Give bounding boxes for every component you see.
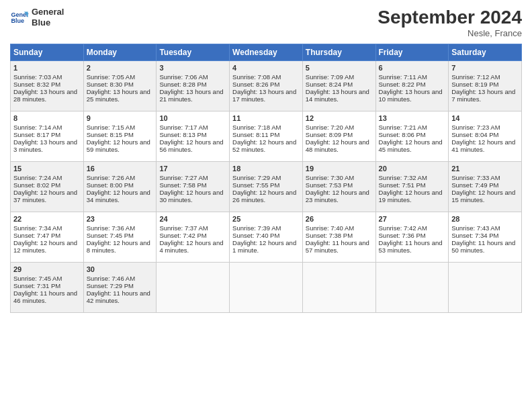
sunrise: Sunrise: 7:12 AM <box>451 73 500 81</box>
header-tuesday: Tuesday <box>157 44 230 61</box>
sunrise: Sunrise: 7:32 AM <box>379 174 427 181</box>
sunset: Sunset: 8:11 PM <box>232 131 279 138</box>
sunrise: Sunrise: 7:09 AM <box>306 73 354 81</box>
daylight: Daylight: 12 hours and 52 minutes. <box>232 138 296 153</box>
day-number: 17 <box>159 165 226 173</box>
daylight: Daylight: 12 hours and 56 minutes. <box>159 138 223 153</box>
calendar-row: 8 Sunrise: 7:14 AM Sunset: 8:17 PM Dayli… <box>11 111 522 162</box>
calendar-cell: 26 Sunrise: 7:40 AM Sunset: 7:38 PM Dayl… <box>302 212 375 263</box>
daylight: Daylight: 12 hours and 19 minutes. <box>379 189 443 203</box>
calendar-row: 22 Sunrise: 7:34 AM Sunset: 7:47 PM Dayl… <box>11 212 522 263</box>
logo: General Blue General Blue <box>10 7 64 28</box>
logo-line1: General <box>32 7 64 17</box>
day-number: 20 <box>379 165 446 173</box>
daylight: Daylight: 13 hours and 14 minutes. <box>306 88 369 103</box>
calendar-cell: 25 Sunrise: 7:39 AM Sunset: 7:40 PM Dayl… <box>230 212 303 263</box>
sunrise: Sunrise: 7:27 AM <box>159 174 208 181</box>
day-number: 15 <box>13 165 81 173</box>
sunrise: Sunrise: 7:14 AM <box>13 124 62 131</box>
sunset: Sunset: 7:51 PM <box>379 181 426 189</box>
month-title: September 2024 <box>378 7 522 28</box>
day-number: 19 <box>306 165 373 173</box>
daylight: Daylight: 13 hours and 17 minutes. <box>232 88 296 103</box>
daylight: Daylight: 13 hours and 3 minutes. <box>13 138 77 153</box>
header: General Blue General Blue September 2024… <box>10 7 522 38</box>
daylight: Daylight: 12 hours and 37 minutes. <box>13 189 77 203</box>
logo-icon: General Blue <box>10 8 29 27</box>
sunset: Sunset: 8:09 PM <box>306 131 353 138</box>
calendar-cell <box>302 263 375 313</box>
daylight: Daylight: 12 hours and 1 minute. <box>232 239 296 254</box>
sunset: Sunset: 7:47 PM <box>13 232 60 239</box>
sunset: Sunset: 8:00 PM <box>87 181 134 189</box>
day-number: 30 <box>87 265 154 273</box>
sunrise: Sunrise: 7:33 AM <box>451 174 500 181</box>
daylight: Daylight: 11 hours and 57 minutes. <box>306 239 369 254</box>
sunrise: Sunrise: 7:39 AM <box>232 224 281 232</box>
calendar-cell: 23 Sunrise: 7:36 AM Sunset: 7:45 PM Dayl… <box>83 212 157 263</box>
calendar-header-row: Sunday Monday Tuesday Wednesday Thursday… <box>11 44 522 61</box>
day-number: 6 <box>379 64 446 72</box>
sunset: Sunset: 8:04 PM <box>451 131 498 138</box>
page-container: General Blue General Blue September 2024… <box>0 0 532 320</box>
daylight: Daylight: 13 hours and 28 minutes. <box>13 88 77 103</box>
calendar-cell: 18 Sunrise: 7:29 AM Sunset: 7:55 PM Dayl… <box>230 162 303 212</box>
calendar-cell <box>230 263 303 313</box>
daylight: Daylight: 12 hours and 48 minutes. <box>306 138 369 153</box>
sunrise: Sunrise: 7:46 AM <box>87 275 135 282</box>
daylight: Daylight: 11 hours and 42 minutes. <box>87 289 150 304</box>
sunset: Sunset: 8:17 PM <box>13 131 60 138</box>
title-block: September 2024 Nesle, France <box>378 7 522 38</box>
sunset: Sunset: 8:26 PM <box>232 81 279 88</box>
calendar-cell: 4 Sunrise: 7:08 AM Sunset: 8:26 PM Dayli… <box>230 61 303 111</box>
calendar-cell: 3 Sunrise: 7:06 AM Sunset: 8:28 PM Dayli… <box>157 61 230 111</box>
daylight: Daylight: 12 hours and 41 minutes. <box>451 138 515 153</box>
day-number: 9 <box>87 114 154 122</box>
sunrise: Sunrise: 7:15 AM <box>87 124 135 131</box>
calendar-cell: 5 Sunrise: 7:09 AM Sunset: 8:24 PM Dayli… <box>302 61 375 111</box>
daylight: Daylight: 11 hours and 50 minutes. <box>451 239 515 254</box>
sunset: Sunset: 7:40 PM <box>232 232 279 239</box>
calendar-cell: 30 Sunrise: 7:46 AM Sunset: 7:29 PM Dayl… <box>83 263 157 313</box>
logo-text: General Blue <box>32 7 64 28</box>
calendar-cell <box>157 263 230 313</box>
calendar-cell: 9 Sunrise: 7:15 AM Sunset: 8:15 PM Dayli… <box>83 111 157 162</box>
sunrise: Sunrise: 7:21 AM <box>379 124 427 131</box>
daylight: Daylight: 12 hours and 23 minutes. <box>306 189 369 203</box>
calendar-cell: 8 Sunrise: 7:14 AM Sunset: 8:17 PM Dayli… <box>11 111 84 162</box>
day-number: 7 <box>451 64 519 72</box>
calendar-cell: 14 Sunrise: 7:23 AM Sunset: 8:04 PM Dayl… <box>449 111 522 162</box>
sunset: Sunset: 7:42 PM <box>159 232 206 239</box>
sunrise: Sunrise: 7:30 AM <box>306 174 354 181</box>
day-number: 22 <box>13 215 81 223</box>
calendar-cell: 6 Sunrise: 7:11 AM Sunset: 8:22 PM Dayli… <box>375 61 449 111</box>
header-monday: Monday <box>83 44 157 61</box>
daylight: Daylight: 12 hours and 12 minutes. <box>13 239 77 254</box>
day-number: 26 <box>306 215 373 223</box>
sunrise: Sunrise: 7:11 AM <box>379 73 427 81</box>
sunrise: Sunrise: 7:37 AM <box>159 224 208 232</box>
daylight: Daylight: 13 hours and 25 minutes. <box>87 88 150 103</box>
sunrise: Sunrise: 7:34 AM <box>13 224 62 232</box>
daylight: Daylight: 12 hours and 8 minutes. <box>87 239 150 254</box>
calendar-cell: 24 Sunrise: 7:37 AM Sunset: 7:42 PM Dayl… <box>157 212 230 263</box>
sunset: Sunset: 8:22 PM <box>379 81 426 88</box>
day-number: 29 <box>13 265 81 273</box>
header-friday: Friday <box>375 44 449 61</box>
daylight: Daylight: 11 hours and 53 minutes. <box>379 239 443 254</box>
calendar-cell <box>375 263 449 313</box>
daylight: Daylight: 12 hours and 4 minutes. <box>159 239 223 254</box>
sunrise: Sunrise: 7:45 AM <box>13 275 62 282</box>
sunset: Sunset: 7:49 PM <box>451 181 498 189</box>
daylight: Daylight: 13 hours and 7 minutes. <box>451 88 515 103</box>
sunset: Sunset: 7:55 PM <box>232 181 279 189</box>
sunrise: Sunrise: 7:08 AM <box>232 73 281 81</box>
sunset: Sunset: 7:45 PM <box>87 232 134 239</box>
sunrise: Sunrise: 7:36 AM <box>87 224 135 232</box>
sunset: Sunset: 8:02 PM <box>13 181 60 189</box>
calendar-cell: 2 Sunrise: 7:05 AM Sunset: 8:30 PM Dayli… <box>83 61 157 111</box>
calendar-cell: 7 Sunrise: 7:12 AM Sunset: 8:19 PM Dayli… <box>449 61 522 111</box>
sunrise: Sunrise: 7:05 AM <box>87 73 135 81</box>
sunset: Sunset: 8:19 PM <box>451 81 498 88</box>
day-number: 21 <box>451 165 519 173</box>
